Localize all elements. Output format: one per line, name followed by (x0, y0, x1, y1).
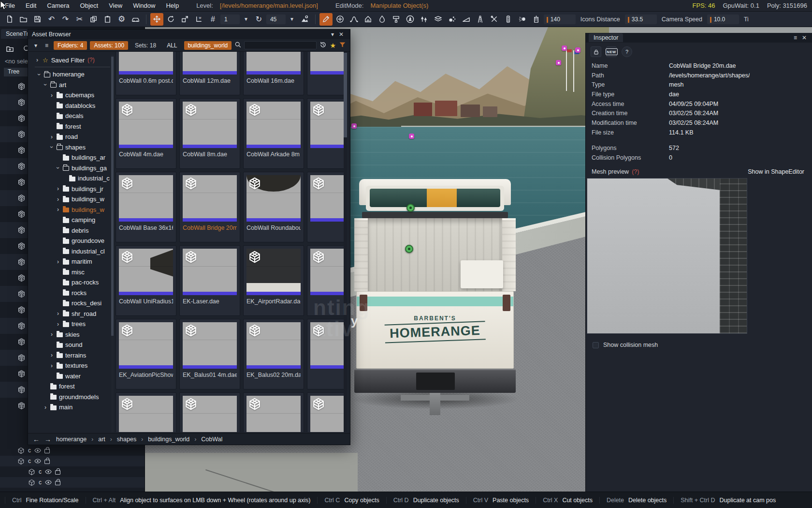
folder-tree-item[interactable]: › buildings_jr (35, 184, 110, 194)
asset-card[interactable]: CobWall 0.6m post.da (116, 52, 176, 95)
expander-icon[interactable]: › (43, 404, 48, 411)
spline-tool-button[interactable] (348, 13, 361, 26)
collapse-icon[interactable]: ▾ (329, 31, 336, 38)
folder-tree-item[interactable]: pac-rocks (35, 277, 110, 288)
mesh-preview-viewport[interactable] (587, 178, 747, 334)
lock-icon[interactable] (55, 481, 60, 485)
menu-item[interactable]: Window (133, 2, 155, 9)
asset-card[interactable]: CobWall UniRadius18 (116, 245, 176, 316)
folder-tree-item[interactable]: water (35, 371, 110, 382)
menu-item[interactable]: Edit (26, 2, 36, 9)
asset-card[interactable]: CobWall 4m.dae (116, 98, 176, 169)
asset-card[interactable] (307, 172, 344, 242)
folder-tree-item[interactable]: forest (35, 381, 110, 392)
folder-tree-item[interactable]: misc (35, 267, 110, 278)
asset-card[interactable] (179, 392, 240, 432)
folder-tree-item[interactable]: › main (35, 402, 110, 413)
visibility-eye-icon[interactable] (34, 448, 41, 453)
assets-count-badge[interactable]: Assets: 100 (90, 41, 128, 50)
terrain-pin-button[interactable] (298, 13, 311, 26)
expander-icon[interactable]: › (35, 57, 40, 63)
inspector-titlebar[interactable]: Inspector ≡ ✕ (586, 33, 812, 43)
expander-icon[interactable]: › (56, 321, 60, 328)
draw-tool-button[interactable] (319, 13, 333, 26)
lock-icon[interactable] (55, 470, 60, 475)
new-inspector-button[interactable]: NEW (606, 46, 617, 57)
camera-speed-input[interactable]: 33.5 (625, 15, 657, 24)
forest-brush-button[interactable] (404, 13, 417, 26)
breadcrumb-item[interactable]: CobWal (201, 436, 229, 443)
saved-filter-row[interactable]: › ☆ Saved Filter (?) (35, 55, 110, 65)
folders-count-badge[interactable]: Folders: 4 (54, 41, 87, 50)
expander-icon[interactable]: › (56, 206, 60, 213)
object-gizmo-icon[interactable] (406, 204, 415, 212)
filter-funnel-icon[interactable] (339, 41, 346, 50)
icons-distance-input[interactable]: 140 (544, 15, 576, 24)
asset-card[interactable]: EK_Balus01 4m.dae (179, 319, 240, 389)
folder-tree-item[interactable]: buildings_ar (35, 152, 110, 163)
rotate-tool-button[interactable] (164, 13, 177, 26)
inspector-tab[interactable]: Inspector (589, 33, 623, 42)
expander-icon[interactable]: › (48, 145, 55, 149)
expander-icon[interactable]: › (36, 72, 43, 77)
folder-tree-item[interactable]: groundcove (35, 236, 110, 246)
folder-tree-item[interactable]: › shapes (35, 142, 110, 153)
breadcrumb-back-icon[interactable]: ← (33, 435, 40, 443)
transform-space-button[interactable]: w (192, 13, 205, 26)
menu-item[interactable]: Camera (47, 2, 69, 9)
show-in-shapeeditor-button[interactable]: Show in ShapeEditor (748, 168, 804, 175)
vehicle-button[interactable] (129, 13, 142, 26)
scene-tree-row[interactable]: c (0, 456, 145, 466)
pickup-truck[interactable]: BARBENT'S HOMERANGE (354, 179, 516, 406)
close-icon[interactable]: ✕ (336, 31, 346, 38)
open-level-button[interactable] (17, 13, 30, 26)
visibility-eye-icon[interactable] (45, 480, 52, 485)
add-folder-icon[interactable] (6, 45, 14, 54)
history-icon[interactable] (319, 41, 327, 50)
folder-tree-item[interactable]: datablocks (35, 101, 110, 111)
expander-icon[interactable]: › (56, 196, 60, 203)
sets-count-label[interactable]: Sets: 18 (131, 41, 160, 50)
asset-card[interactable] (243, 392, 304, 432)
folder-tree-item[interactable]: sound (35, 340, 110, 350)
copy-button[interactable] (87, 13, 100, 26)
lock-inspector-button[interactable] (591, 46, 601, 57)
settings-button[interactable]: ⚙ (115, 13, 128, 26)
expander-icon[interactable]: › (49, 362, 54, 369)
breadcrumb-item[interactable]: buildings_world (148, 436, 196, 443)
breadcrumb-forward-icon[interactable]: → (44, 435, 51, 443)
show-collision-mesh-checkbox[interactable] (593, 342, 599, 348)
building-tool-button[interactable] (530, 13, 543, 26)
rotate-snap-button[interactable]: ↻ (252, 13, 265, 26)
asset-card[interactable] (307, 98, 344, 169)
new-file-button[interactable] (3, 13, 16, 26)
folder-tree-item[interactable]: › trees (35, 319, 110, 329)
folder-tree-item[interactable]: › art (35, 80, 110, 90)
expander-icon[interactable]: › (56, 258, 60, 265)
folder-tree-item[interactable]: camping (35, 215, 110, 225)
expander-icon[interactable]: › (49, 352, 54, 359)
asset-card[interactable]: CobWall 16m.dae (243, 52, 304, 95)
asset-card[interactable]: CobWall Arkade 8m h (243, 98, 304, 169)
asset-grid-scrollbar[interactable] (344, 52, 347, 432)
terrain-block-button[interactable] (460, 13, 473, 26)
save-button[interactable] (31, 13, 44, 26)
asset-card[interactable]: CobWall Bridge 20m. (179, 172, 240, 242)
editor-marker-icon[interactable] (409, 134, 414, 139)
folder-tree-item[interactable]: decals (35, 111, 110, 121)
menu-item[interactable]: Help (166, 2, 179, 9)
expander-icon[interactable]: › (49, 134, 54, 140)
asset-card[interactable] (307, 52, 344, 95)
folder-tree-item[interactable]: › skies (35, 329, 110, 340)
object-gizmo-icon[interactable] (405, 245, 413, 253)
folder-tree-item[interactable]: › road (35, 132, 110, 142)
folder-tree-item[interactable]: › homerange (35, 69, 110, 80)
asset-card[interactable]: EK_AirportRadar.dae (243, 245, 304, 316)
asset-card[interactable] (116, 392, 176, 432)
folder-tree-item[interactable]: › textures (35, 360, 110, 371)
editor-marker-icon[interactable] (556, 60, 561, 65)
folder-tree-item[interactable]: rocks (35, 288, 110, 299)
help-hint[interactable]: (?) (87, 57, 95, 63)
asset-card[interactable]: CobWall 12m.dae (179, 52, 240, 95)
folder-tree-item[interactable]: › buildings_w (35, 194, 110, 205)
